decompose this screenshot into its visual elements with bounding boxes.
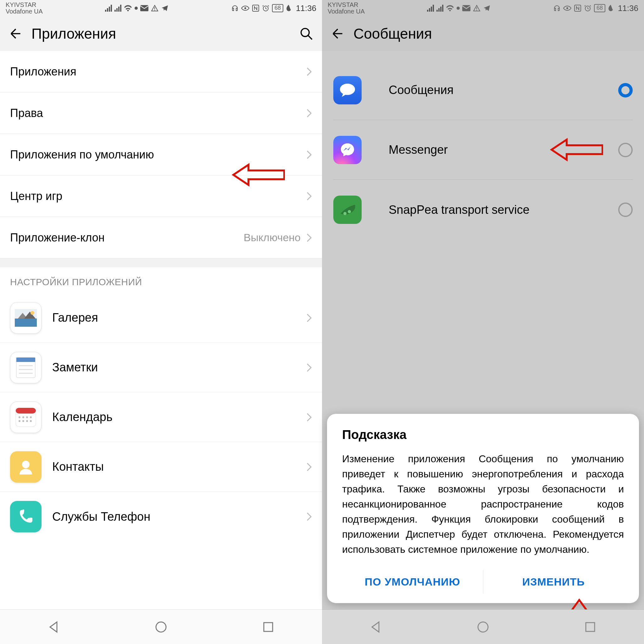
svg-point-37 — [340, 84, 355, 95]
nfc-icon — [252, 4, 259, 12]
app-label: Календарь — [52, 410, 306, 424]
carrier-2: Vodafone UA — [328, 8, 365, 15]
svg-point-26 — [26, 420, 28, 422]
row-app-twin[interactable]: Приложение-клон Выключено — [0, 217, 322, 258]
annotation-arrow-icon — [231, 163, 285, 187]
alarm-icon — [584, 4, 591, 12]
nav-back-icon[interactable] — [47, 620, 61, 634]
messenger-icon — [333, 136, 362, 164]
nav-recent-icon[interactable] — [583, 620, 597, 634]
clock-time: 11:36 — [296, 3, 316, 13]
app-row-calendar[interactable]: Календарь — [0, 392, 322, 442]
section-divider — [0, 258, 322, 267]
chevron-right-icon — [306, 150, 312, 159]
signal-icon — [105, 5, 112, 12]
app-row-notes[interactable]: Заметки — [0, 343, 322, 392]
clock-time: 11:36 — [618, 3, 638, 13]
nav-recent-icon[interactable] — [261, 620, 275, 634]
radio-unselected-icon[interactable] — [618, 143, 633, 157]
headphones-icon — [231, 4, 239, 12]
svg-rect-41 — [586, 623, 595, 631]
leaf-icon — [608, 5, 613, 12]
page-title: Приложения — [31, 25, 299, 42]
page-title: Сообщения — [353, 25, 635, 42]
dialog-body: Изменение приложения Сообщения по умолча… — [342, 451, 624, 557]
dot-icon — [457, 7, 460, 10]
status-icons-right: 68 11:36 — [553, 3, 638, 13]
svg-point-24 — [19, 420, 20, 422]
svg-point-33 — [476, 10, 477, 11]
nfc-icon — [574, 4, 581, 12]
svg-point-39 — [348, 210, 351, 213]
row-label: Центр игр — [10, 190, 306, 203]
section-header: НАСТРОЙКИ ПРИЛОЖЕНИЙ — [0, 267, 322, 293]
svg-point-3 — [244, 7, 246, 9]
chevron-right-icon — [306, 192, 312, 201]
chevron-right-icon — [306, 363, 312, 372]
chevron-right-icon — [306, 512, 312, 521]
row-permissions[interactable]: Права — [0, 92, 322, 134]
app-row-gallery[interactable]: Галерея — [0, 293, 322, 343]
alarm-icon — [262, 4, 269, 12]
dialog-title: Подсказка — [342, 428, 624, 442]
svg-line-7 — [308, 36, 312, 40]
warning-icon — [473, 5, 480, 12]
carrier-1: KYIVSTAR — [328, 2, 365, 8]
carrier-1: KYIVSTAR — [6, 2, 43, 8]
row-apps[interactable]: Приложения — [0, 51, 322, 92]
nav-home-icon[interactable] — [476, 620, 490, 634]
eye-icon — [563, 5, 571, 11]
battery-icon: 68 — [594, 4, 605, 12]
svg-rect-30 — [264, 623, 273, 631]
svg-point-12 — [31, 311, 34, 315]
row-value: Выключено — [244, 231, 301, 244]
telegram-icon — [161, 5, 169, 12]
svg-rect-9 — [15, 319, 37, 327]
svg-point-40 — [478, 622, 488, 632]
radio-unselected-icon[interactable] — [618, 203, 633, 217]
radio-row-messages[interactable]: Сообщения — [333, 60, 633, 120]
change-button[interactable]: ИЗМЕНИТЬ — [483, 570, 624, 594]
eye-icon — [241, 5, 249, 11]
radio-label: Сообщения — [389, 83, 618, 97]
svg-point-27 — [30, 420, 32, 422]
leaf-icon — [286, 5, 291, 12]
svg-point-6 — [301, 29, 309, 37]
signal-icon — [436, 5, 443, 12]
svg-rect-14 — [16, 358, 35, 362]
telegram-icon — [483, 5, 491, 12]
row-label: Приложения — [10, 65, 306, 78]
app-row-phone[interactable]: Службы Телефон — [0, 492, 322, 541]
search-icon[interactable] — [299, 27, 313, 41]
radio-row-snappea[interactable]: SnapPea transport service — [333, 180, 633, 240]
svg-point-20 — [19, 416, 20, 418]
svg-point-25 — [22, 420, 24, 422]
mail-icon — [462, 5, 470, 11]
row-label: Права — [10, 107, 306, 120]
app-label: Галерея — [52, 311, 306, 325]
app-label: Заметки — [52, 361, 306, 374]
back-icon[interactable] — [331, 27, 345, 41]
app-row-contacts[interactable]: Контакты — [0, 442, 322, 492]
carrier-2: Vodafone UA — [6, 8, 43, 15]
phone-icon — [10, 501, 42, 532]
radio-selected-icon[interactable] — [618, 83, 633, 97]
snappea-icon — [333, 196, 362, 224]
signal-icon — [114, 5, 121, 12]
back-icon[interactable] — [9, 27, 23, 41]
chevron-right-icon — [306, 67, 312, 76]
header: Приложения — [0, 16, 322, 51]
status-icons-right: 68 11:36 — [231, 3, 316, 13]
nav-home-icon[interactable] — [154, 620, 168, 634]
default-button[interactable]: ПО УМОЛЧАНИЮ — [342, 570, 483, 594]
hint-dialog: Подсказка Изменение приложения Сообщения… — [327, 414, 639, 603]
nav-back-icon[interactable] — [369, 620, 383, 634]
row-label: Приложение-клон — [10, 231, 244, 244]
nav-bar — [0, 609, 322, 644]
svg-point-34 — [566, 7, 568, 9]
svg-rect-19 — [16, 408, 36, 414]
status-icons-left — [105, 5, 169, 12]
svg-point-22 — [26, 416, 28, 418]
app-label: Службы Телефон — [52, 510, 306, 524]
wifi-icon — [124, 5, 132, 12]
